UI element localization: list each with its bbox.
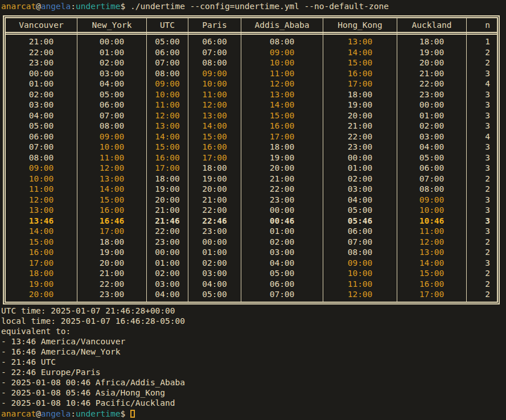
table-cell: 21:00 [6,35,77,47]
table-cell: 20:00 [6,289,77,302]
table-row: 22:0001:0006:0007:0009:0014:0019:002 [6,47,497,58]
table-cell: 2 [467,57,497,68]
table-cell: 22:46 [188,216,241,227]
table-row: 16:0019:0000:0001:0003:0008:0013:002 [6,247,497,258]
table-cell: 19:00 [241,153,323,163]
table-cell: 22:00 [188,205,241,216]
table-cell: 14:00 [241,100,323,110]
table-cell: 03:00 [188,268,241,279]
table-cell: 13:00 [397,247,467,258]
table-cell: 21:00 [323,121,397,131]
table-row: 04:0007:0012:0013:0015:0020:0001:003 [6,110,497,121]
table-cell: 3 [467,258,497,269]
table-cell: 01:00 [77,47,147,58]
table-cell: 04:00 [323,195,397,205]
table-cell: 4 [467,131,497,142]
prompt-at: @ [36,2,41,11]
table-row: 23:0002:0007:0008:0010:0015:0020:002 [6,57,497,68]
table-cell: 01:00 [147,258,188,269]
input-line[interactable]: anarcat@angela:undertime$ [1,409,135,419]
table-cell: 03:00 [397,131,467,142]
column-header-auckland: Auckland [397,18,467,35]
table-cell: 00:00 [147,247,188,258]
table-row: 05:0008:0013:0014:0016:0021:0002:003 [6,121,497,131]
table-header-row: VancouverNew_YorkUTCParisAddis_AbabaHong… [6,18,497,35]
table-cell: 03:00 [77,68,147,79]
table-cell: 05:00 [397,153,467,163]
table-cell: 10:00 [77,142,147,153]
table-cell: 11:00 [323,279,397,290]
table-cell: 08:00 [77,121,147,131]
table-cell: 18:00 [6,268,77,279]
table-cell: 3 [467,68,497,79]
table-cell: 22:00 [241,184,323,195]
table-cell: 19:00 [323,100,397,110]
table-row: 00:0003:0008:0009:0011:0016:0021:003 [6,68,497,79]
table-cell: 06:00 [77,100,147,110]
table-row: 20:0023:0004:0005:0007:0012:0017:002 [6,289,497,302]
table-cell: 09:00 [188,68,241,79]
table-cell: 12:00 [188,100,241,110]
table-cell: 3 [467,89,497,100]
table-cell: 14:00 [188,121,241,131]
table-cell: 01:00 [323,163,397,174]
output-line: equivalent to: [1,326,185,336]
table-row: 11:0014:0019:0020:0022:0003:0008:002 [6,184,497,195]
table-cell: 21:00 [397,68,467,79]
table-cell: 19:00 [397,47,467,58]
table-row: 10:0013:0018:0019:0021:0002:0007:002 [6,174,497,184]
table-cell: 06:00 [323,226,397,237]
table-cell: 13:00 [323,35,397,47]
table-cell: 02:00 [188,258,241,269]
table-cell: 3 [467,100,497,110]
table-cell: 19:00 [147,184,188,195]
table-cell: 3 [467,110,497,121]
table-cell: 11:00 [241,68,323,79]
table-cell: 23:00 [147,237,188,248]
table-cell: 18:00 [241,142,323,153]
table-cell: 02:00 [147,268,188,279]
table-cell: 20:00 [147,195,188,205]
table-cell: 2 [467,184,497,195]
table-row: 07:0010:0015:0016:0018:0023:0004:003 [6,142,497,153]
output-line: - 2025-01-08 05:46 Asia/Hong_Kong [1,388,185,398]
table-cell: 12:00 [77,163,147,174]
table-cell: 11:00 [77,153,147,163]
output-line: - 16:46 America/New_York [1,347,185,357]
table-cell: 00:00 [188,237,241,248]
prompt-at: @ [36,409,41,418]
table-cell: 10:00 [147,89,188,100]
table-cell: 05:46 [323,216,397,227]
table-cell: 12:00 [147,110,188,121]
table-cell: 19:00 [77,247,147,258]
table-cell: 22:00 [77,279,147,290]
table-cell: 13:46 [6,216,77,227]
table-cell: 13:00 [147,121,188,131]
table-cell: 3 [467,195,497,205]
table-cell: 15:00 [77,195,147,205]
table-cell: 20:00 [241,163,323,174]
table-cell: 11:00 [6,184,77,195]
terminal-cursor[interactable] [130,410,135,418]
terminal-screen: anarcat@angela:undertime$ ./undertime --… [0,0,506,420]
table-row: 19:0022:0003:0004:0006:0011:0016:002 [6,279,497,290]
table-row: 17:0020:0001:0002:0004:0009:0014:003 [6,258,497,269]
table-cell: 00:00 [323,153,397,163]
table-cell: 12:00 [323,289,397,302]
table-cell: 20:00 [323,110,397,121]
table-cell: 20:00 [77,258,147,269]
table-cell: 01:00 [241,226,323,237]
table-cell: 05:00 [241,268,323,279]
table-cell: 10:00 [241,57,323,68]
table-cell: 22:00 [147,226,188,237]
table-cell: 21:00 [77,268,147,279]
table-cell: 05:00 [188,289,241,302]
output-line: - 2025-01-08 10:46 Pacific/Auckland [1,398,185,408]
table-cell: 14:00 [397,258,467,269]
table-cell: 07:00 [188,47,241,58]
table-cell: 23:00 [6,57,77,68]
table-cell: 00:00 [397,100,467,110]
prompt-dollar: $ [121,2,126,11]
table-cell: 01:00 [6,79,77,89]
output-line: - 22:46 Europe/Paris [1,367,185,377]
